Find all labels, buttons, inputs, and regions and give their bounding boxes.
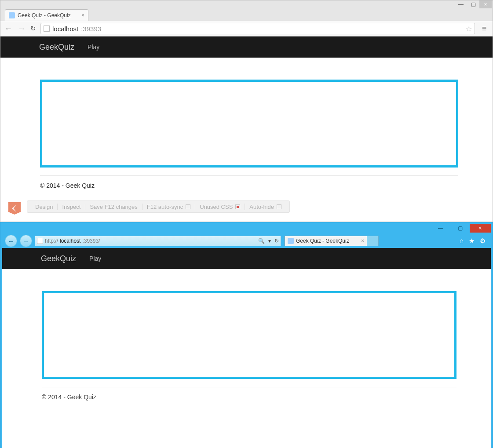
bl-unused-css-toggle[interactable]: Unused CSS bbox=[195, 204, 245, 210]
favicon-icon bbox=[288, 238, 294, 244]
page-body: © 2014 - Geek Quiz bbox=[0, 58, 493, 207]
close-button[interactable]: × bbox=[479, 0, 492, 8]
visual-studio-badge-icon[interactable] bbox=[7, 200, 22, 216]
bl-autohide-label: Auto-hide bbox=[249, 204, 274, 210]
back-button[interactable]: ← bbox=[4, 24, 13, 33]
dropdown-icon[interactable]: ▾ bbox=[268, 238, 271, 244]
footer-text: © 2014 - Geek Quiz bbox=[42, 393, 456, 409]
nav-play-link[interactable]: Play bbox=[89, 255, 101, 262]
browser-tab[interactable]: Geek Quiz - GeekQuiz × bbox=[285, 236, 367, 246]
url-rest: :39393/ bbox=[82, 238, 100, 244]
home-icon[interactable]: ⌂ bbox=[460, 237, 464, 245]
page-content-ie: GeekQuiz Play © 2014 - Geek Quiz bbox=[2, 248, 491, 448]
url-rest: :39393 bbox=[81, 25, 101, 33]
checkbox-filled-icon bbox=[235, 204, 240, 209]
tab-title: Geek Quiz - GeekQuiz bbox=[296, 238, 349, 244]
url-host: localhost bbox=[60, 238, 80, 244]
bl-autohide-toggle[interactable]: Auto-hide bbox=[245, 204, 286, 210]
minimize-button[interactable]: — bbox=[455, 0, 467, 8]
forward-button[interactable]: → bbox=[20, 235, 32, 247]
new-tab-button[interactable] bbox=[367, 236, 379, 246]
tab-close-icon[interactable]: × bbox=[81, 12, 84, 18]
url-prefix: http:// bbox=[45, 238, 58, 244]
footer-text: © 2014 - Geek Quiz bbox=[40, 182, 458, 198]
browser-tab[interactable]: Geek Quiz - GeekQuiz × bbox=[5, 9, 88, 21]
bl-autosync-toggle[interactable]: F12 auto-sync bbox=[142, 204, 195, 210]
ie-toolbar: ← → http://localhost:39393/ 🔍 ▾ ↻ Geek Q… bbox=[2, 234, 491, 248]
ie-command-bar: ⌂ ★ ⚙ bbox=[460, 237, 488, 245]
favorites-star-icon[interactable]: ★ bbox=[469, 237, 475, 245]
chrome-window: — ▢ × Geek Quiz - GeekQuiz × ← → ↻ local… bbox=[0, 0, 493, 222]
address-bar[interactable]: localhost:39393 ☆ bbox=[40, 23, 475, 34]
page-body: © 2014 - Geek Quiz bbox=[2, 269, 491, 418]
chrome-tabstrip: Geek Quiz - GeekQuiz × bbox=[0, 9, 493, 21]
app-brand[interactable]: GeekQuiz bbox=[41, 254, 76, 263]
page-icon bbox=[37, 238, 43, 244]
page-content-chrome: GeekQuiz Play © 2014 - Geek Quiz Design … bbox=[0, 36, 493, 222]
browser-link-toolbar: Design Inspect Save F12 changes F12 auto… bbox=[27, 200, 290, 213]
tab-title: Geek Quiz - GeekQuiz bbox=[18, 12, 71, 18]
app-navbar: GeekQuiz Play bbox=[0, 36, 493, 58]
ie-titlebar: — ▢ × bbox=[2, 222, 491, 234]
back-button[interactable]: ← bbox=[5, 235, 17, 247]
app-navbar: GeekQuiz Play bbox=[2, 248, 491, 269]
chrome-menu-icon[interactable]: ≡ bbox=[479, 24, 489, 33]
bl-inspect-button[interactable]: Inspect bbox=[58, 204, 85, 210]
divider bbox=[42, 387, 456, 387]
ie-window: — ▢ × ← → http://localhost:39393/ 🔍 ▾ ↻ … bbox=[0, 222, 493, 448]
reload-button[interactable]: ↻ bbox=[30, 25, 36, 33]
chrome-titlebar: — ▢ × bbox=[0, 0, 493, 9]
search-icon[interactable]: 🔍 bbox=[258, 238, 265, 244]
quiz-card[interactable] bbox=[40, 80, 458, 168]
ie-tabstrip: Geek Quiz - GeekQuiz × bbox=[285, 236, 379, 246]
page-icon bbox=[44, 25, 50, 32]
bl-design-button[interactable]: Design bbox=[31, 204, 58, 210]
bl-save-button[interactable]: Save F12 changes bbox=[85, 204, 142, 210]
bl-unused-label: Unused CSS bbox=[200, 204, 233, 210]
close-button[interactable]: × bbox=[470, 224, 491, 233]
url-host: localhost bbox=[52, 25, 78, 33]
divider bbox=[40, 175, 458, 176]
bookmark-star-icon[interactable]: ☆ bbox=[466, 25, 472, 33]
tools-gear-icon[interactable]: ⚙ bbox=[480, 237, 486, 245]
nav-play-link[interactable]: Play bbox=[88, 44, 99, 51]
tab-close-icon[interactable]: × bbox=[361, 238, 364, 244]
app-brand[interactable]: GeekQuiz bbox=[39, 43, 74, 52]
bl-autosync-label: F12 auto-sync bbox=[147, 204, 183, 210]
maximize-button[interactable]: ▢ bbox=[467, 0, 479, 8]
refresh-icon[interactable]: ↻ bbox=[274, 238, 279, 244]
maximize-button[interactable]: ▢ bbox=[450, 224, 470, 233]
address-bar[interactable]: http://localhost:39393/ 🔍 ▾ ↻ bbox=[35, 236, 281, 246]
forward-button[interactable]: → bbox=[17, 24, 26, 33]
chrome-toolbar: ← → ↻ localhost:39393 ☆ ≡ bbox=[0, 21, 493, 36]
checkbox-icon bbox=[186, 204, 190, 209]
quiz-card[interactable] bbox=[42, 291, 456, 379]
favicon-icon bbox=[9, 12, 15, 18]
minimize-button[interactable]: — bbox=[431, 224, 450, 233]
checkbox-icon bbox=[277, 204, 281, 209]
